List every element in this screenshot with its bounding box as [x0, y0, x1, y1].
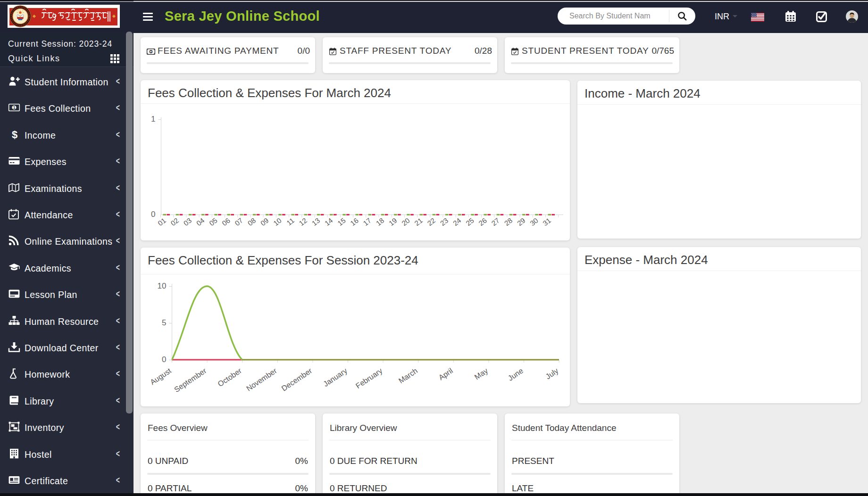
svg-text:17: 17: [361, 216, 373, 227]
svg-text:02: 02: [169, 216, 180, 227]
svg-text:29: 29: [516, 216, 527, 227]
svg-text:0: 0: [151, 210, 155, 219]
svg-text:08: 08: [246, 216, 258, 227]
svg-text:$: $: [12, 129, 17, 141]
svg-text:21: 21: [413, 216, 424, 227]
svg-text:0: 0: [162, 355, 166, 364]
svg-text:14: 14: [323, 216, 334, 227]
svg-text:September: September: [173, 366, 208, 394]
svg-text:16: 16: [349, 216, 360, 227]
svg-text:20: 20: [400, 216, 411, 227]
svg-text:1: 1: [151, 115, 155, 124]
svg-text:April: April: [437, 366, 454, 381]
svg-text:12: 12: [297, 216, 309, 227]
svg-text:5: 5: [162, 318, 166, 327]
svg-text:May: May: [473, 366, 490, 381]
svg-text:27: 27: [490, 216, 501, 227]
svg-text:04: 04: [195, 216, 206, 227]
svg-text:11: 11: [285, 216, 296, 227]
svg-text:09: 09: [259, 216, 270, 227]
svg-text:30: 30: [528, 216, 540, 227]
svg-text:July: July: [544, 366, 559, 380]
svg-text:November: November: [245, 366, 278, 393]
svg-text:January: January: [322, 366, 349, 388]
svg-text:06: 06: [220, 216, 232, 227]
svg-text:1: 1: [150, 50, 152, 53]
svg-text:13: 13: [310, 216, 322, 227]
svg-text:18: 18: [375, 216, 386, 227]
svg-text:December: December: [280, 366, 314, 393]
svg-text:March: March: [397, 366, 419, 385]
svg-text:26: 26: [477, 216, 488, 227]
svg-text:June: June: [507, 366, 525, 382]
svg-text:October: October: [216, 366, 243, 388]
svg-text:28: 28: [503, 216, 514, 227]
svg-text:10: 10: [272, 216, 283, 227]
svg-text:10: 10: [158, 281, 167, 290]
svg-text:05: 05: [208, 216, 219, 227]
svg-text:19: 19: [387, 216, 399, 227]
svg-text:August: August: [149, 366, 173, 386]
svg-text:25: 25: [464, 216, 476, 227]
svg-text:31: 31: [541, 216, 552, 227]
svg-text:15: 15: [336, 216, 347, 227]
svg-text:01: 01: [156, 216, 167, 227]
svg-text:03: 03: [182, 216, 193, 227]
svg-text:23: 23: [439, 216, 450, 227]
svg-text:22: 22: [426, 216, 437, 227]
svg-text:February: February: [354, 366, 384, 390]
svg-text:1: 1: [13, 105, 16, 110]
svg-text:07: 07: [233, 216, 244, 227]
svg-text:24: 24: [451, 216, 463, 227]
